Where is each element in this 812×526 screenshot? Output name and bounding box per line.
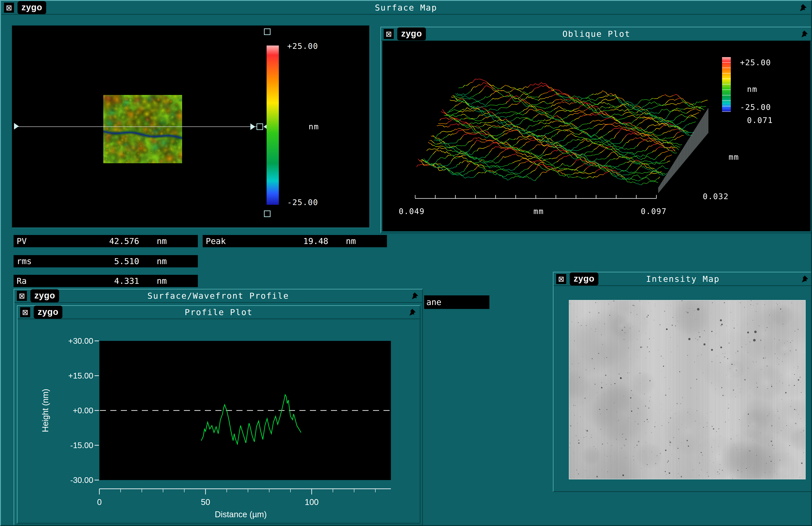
oblique-3d-wireframe bbox=[382, 41, 809, 230]
close-icon[interactable]: ⊠ bbox=[4, 3, 14, 13]
pin-icon[interactable] bbox=[800, 274, 810, 284]
result-peak[interactable]: Peak 19.48 nm bbox=[203, 235, 387, 247]
close-icon[interactable]: ⊠ bbox=[384, 29, 394, 39]
result-pv[interactable]: PV 42.576 nm bbox=[14, 235, 198, 247]
colorbar-bottom-handle[interactable] bbox=[264, 210, 271, 217]
partial-readout[interactable]: ane bbox=[424, 295, 489, 309]
profile-plot-window: ⊠ zygo Profile Plot +30.00+15.00+0.00-15… bbox=[17, 305, 420, 524]
result-name: PV bbox=[14, 236, 69, 246]
oblique-yaxis-min: 0.032 bbox=[703, 192, 729, 201]
partial-readout-text: ane bbox=[426, 297, 441, 307]
oblique-colorbar-max: +25.00 bbox=[740, 58, 771, 67]
surface-wavefront-profile-window: ⊠ zygo Surface/Wavefront Profile ⊠ zygo … bbox=[14, 289, 423, 526]
pin-icon[interactable] bbox=[799, 29, 809, 39]
svg-text:Height (nm): Height (nm) bbox=[41, 389, 50, 432]
oblique-yaxis-unit: mm bbox=[729, 152, 739, 161]
svg-text:+0.00: +0.00 bbox=[73, 406, 93, 415]
profile-titlebar[interactable]: ⊠ zygo Surface/Wavefront Profile bbox=[14, 290, 422, 303]
result-ra[interactable]: Ra 4.331 nm bbox=[14, 275, 198, 287]
result-name: rms bbox=[14, 257, 69, 266]
intensity-titlebar[interactable]: ⊠ zygo Intensity Map bbox=[553, 273, 812, 286]
close-icon[interactable]: ⊠ bbox=[17, 291, 27, 301]
result-value: 5.510 bbox=[69, 257, 139, 266]
surface-map-titlebar[interactable]: ⊠ zygo Surface Map bbox=[1, 1, 811, 15]
colorbar-min-label: -25.00 bbox=[287, 198, 318, 207]
result-unit: nm bbox=[157, 236, 167, 246]
zygo-logo: zygo bbox=[17, 1, 46, 14]
colorbar-top-handle[interactable] bbox=[264, 28, 271, 35]
svg-text:+15.00: +15.00 bbox=[68, 371, 93, 380]
oblique-yspan-label: 0.071 bbox=[747, 116, 773, 125]
oblique-plot-window: ⊠ zygo Oblique Plot +25.00 nm -25.00 0.0… bbox=[380, 27, 812, 233]
colorbar-max-label: +25.00 bbox=[287, 42, 318, 50]
close-icon[interactable]: ⊠ bbox=[20, 307, 30, 317]
slice-left-handle-icon[interactable] bbox=[14, 123, 19, 130]
window-title: Profile Plot bbox=[17, 307, 420, 317]
slice-right-handle-icon[interactable] bbox=[250, 123, 255, 130]
svg-text:Distance (µm): Distance (µm) bbox=[215, 510, 266, 519]
result-name: Peak bbox=[203, 236, 258, 246]
result-rms[interactable]: rms 5.510 nm bbox=[14, 255, 198, 267]
window-title: Surface Map bbox=[1, 3, 811, 13]
colorbar-unit-label: nm bbox=[309, 122, 319, 131]
window-title: Surface/Wavefront Profile bbox=[14, 291, 422, 301]
pin-icon[interactable] bbox=[407, 307, 417, 317]
surface-map-plot-area: +25.00 nm -25.00 bbox=[12, 25, 370, 228]
pin-icon[interactable] bbox=[410, 291, 420, 301]
surface-height-map-image[interactable] bbox=[103, 95, 182, 163]
zygo-logo: zygo bbox=[34, 306, 62, 319]
oblique-xaxis-unit: mm bbox=[521, 207, 556, 216]
height-colorbar[interactable] bbox=[266, 45, 279, 205]
svg-text:-15.00: -15.00 bbox=[70, 441, 93, 450]
oblique-colorbar[interactable] bbox=[722, 57, 731, 112]
intensity-map-window: ⊠ zygo Intensity Map bbox=[553, 272, 812, 492]
svg-text:100: 100 bbox=[305, 498, 318, 507]
svg-text:0: 0 bbox=[97, 498, 102, 507]
window-title: Oblique Plot bbox=[381, 29, 812, 39]
oblique-xaxis-right: 0.097 bbox=[636, 207, 671, 216]
result-value: 42.576 bbox=[69, 236, 139, 246]
oblique-xaxis-left: 0.049 bbox=[394, 207, 429, 216]
result-unit: nm bbox=[157, 257, 167, 266]
zygo-logo: zygo bbox=[570, 273, 598, 286]
result-name: Ra bbox=[14, 276, 69, 286]
profile-slice-line[interactable] bbox=[17, 127, 257, 127]
slice-handle-box[interactable] bbox=[257, 123, 263, 130]
result-value: 19.48 bbox=[258, 236, 328, 246]
profile-plot-chart: +30.00+15.00+0.00-15.00-30.00050100Heigh… bbox=[17, 319, 419, 522]
oblique-titlebar[interactable]: ⊠ zygo Oblique Plot bbox=[381, 27, 812, 41]
oblique-plot-area bbox=[382, 41, 811, 231]
zygo-logo: zygo bbox=[397, 27, 426, 41]
result-value: 4.331 bbox=[69, 276, 139, 286]
zygo-logo: zygo bbox=[30, 289, 59, 302]
result-unit: nm bbox=[346, 236, 356, 246]
result-unit: nm bbox=[157, 276, 167, 286]
oblique-colorbar-min: -25.00 bbox=[740, 103, 771, 112]
svg-text:50: 50 bbox=[201, 498, 210, 507]
close-icon[interactable]: ⊠ bbox=[556, 274, 566, 284]
svg-text:-30.00: -30.00 bbox=[70, 476, 93, 485]
metropro-desktop: { "logo": "zygo", "icons": { "close": "⊠… bbox=[0, 0, 812, 526]
oblique-colorbar-unit: nm bbox=[747, 85, 757, 94]
intensity-image bbox=[569, 300, 806, 479]
profile-plot-titlebar[interactable]: ⊠ zygo Profile Plot bbox=[17, 306, 420, 319]
svg-text:+30.00: +30.00 bbox=[68, 337, 93, 346]
pin-icon[interactable] bbox=[798, 3, 808, 13]
